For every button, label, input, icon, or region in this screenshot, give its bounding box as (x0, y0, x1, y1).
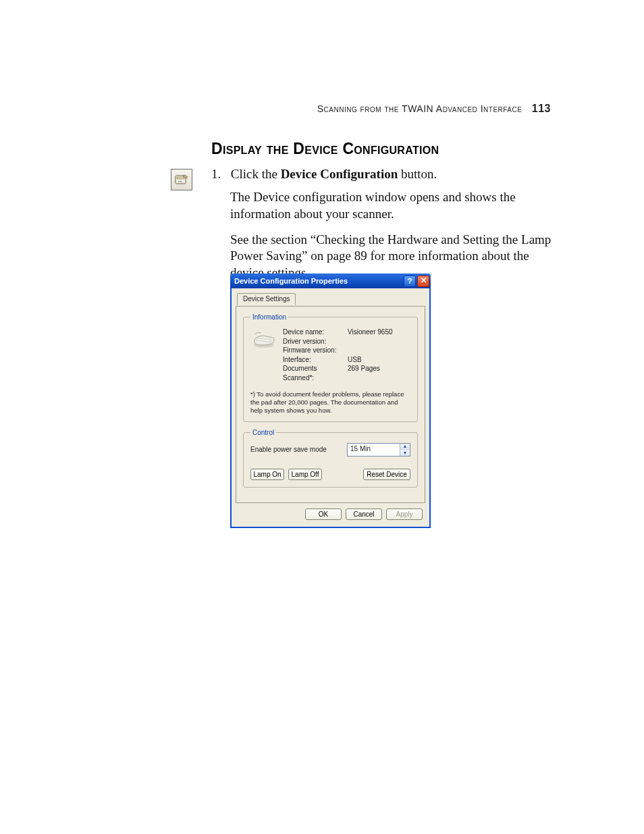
dialog-title: Device Configuration Properties (234, 277, 402, 285)
info-key: Firmware version: (283, 346, 348, 355)
dialog-footer: OK Cancel Apply (236, 503, 425, 521)
lamp-off-button[interactable]: Lamp Off (288, 469, 322, 480)
device-config-dialog: Device Configuration Properties ? ✕ Devi… (230, 273, 431, 528)
information-group: Information Device name:Visioneer 9650 (243, 313, 418, 422)
chevron-down-icon: ▼ (403, 450, 408, 455)
information-legend: Information (250, 313, 288, 321)
section-heading: Display the Device Configuration (211, 140, 439, 158)
info-key: Interface: (283, 355, 348, 365)
apply-button[interactable]: Apply (386, 509, 423, 520)
titlebar-help-button[interactable]: ? (404, 276, 416, 287)
info-value (348, 346, 410, 355)
spinner-up-button[interactable]: ▲ (400, 444, 410, 450)
step-text-suffix: button. (398, 167, 437, 181)
step-text-prefix: Click the (231, 167, 281, 181)
scanner-icon (250, 328, 283, 382)
control-group: Control Enable power save mode 15 Min ▲ … (243, 429, 418, 488)
power-save-value: 15 Min (348, 444, 400, 456)
chevron-up-icon: ▲ (403, 444, 408, 448)
titlebar-close-button[interactable]: ✕ (417, 276, 429, 287)
lamp-on-button[interactable]: Lamp On (250, 469, 284, 480)
control-legend: Control (250, 429, 276, 436)
device-config-margin-icon (171, 169, 192, 190)
help-icon: ? (408, 277, 412, 285)
information-table: Device name:Visioneer 9650 Driver versio… (283, 328, 410, 382)
info-key: Documents Scanned*: (283, 364, 348, 382)
svg-point-2 (178, 181, 180, 182)
info-value: Visioneer 9650 (348, 328, 410, 337)
svg-rect-1 (177, 177, 184, 179)
info-key: Driver version: (283, 337, 348, 346)
step-paragraph-2: The Device configuration window opens an… (230, 189, 554, 222)
tab-strip: Device Settings (236, 292, 425, 307)
close-icon: ✕ (421, 276, 427, 285)
dialog-titlebar: Device Configuration Properties ? ✕ (230, 273, 431, 288)
step-text-bold: Device Configuration (281, 167, 398, 181)
info-value: USB (348, 355, 410, 365)
tab-device-settings[interactable]: Device Settings (237, 293, 296, 305)
cancel-button[interactable]: Cancel (346, 509, 382, 520)
reset-device-button[interactable]: Reset Device (363, 469, 410, 480)
ok-button[interactable]: OK (305, 509, 342, 520)
information-footnote: *) To avoid document feeder problems, pl… (250, 390, 410, 415)
info-key: Device name: (283, 328, 348, 337)
power-save-label: Enable power save mode (250, 446, 327, 453)
body-text: 1. Click the Device Configuration button… (211, 166, 554, 290)
running-header: Scanning from the TWAIN Advanced Interfa… (317, 103, 551, 115)
page-number: 113 (532, 103, 551, 114)
spinner-down-button[interactable]: ▼ (400, 450, 410, 456)
running-header-text: Scanning from the TWAIN Advanced Interfa… (317, 103, 522, 114)
svg-point-3 (180, 181, 182, 182)
power-save-spinner[interactable]: 15 Min ▲ ▼ (347, 443, 410, 457)
info-value (348, 337, 410, 346)
step-number: 1. (211, 166, 227, 182)
info-value: 269 Pages (348, 364, 410, 382)
